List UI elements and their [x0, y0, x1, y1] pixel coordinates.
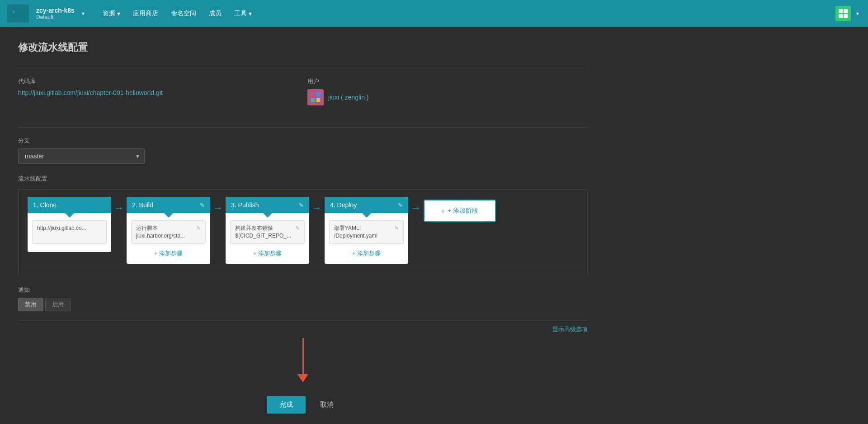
stage-arrow-2: → [210, 202, 226, 214]
main-content: 修改流水线配置 代码库 http://jiuxi.gitlab.com/jiux… [0, 27, 606, 424]
pipeline-section: 流水线配置 1. Clone http://jiuxi.gitlab.co... [18, 175, 588, 275]
svg-rect-12 [316, 98, 320, 102]
project-sub: Default [36, 14, 75, 20]
project-name: zcy-arch-k8s [36, 7, 75, 14]
stage-step-build-1: 运行脚本 jiuxi.harbor.org/sta... ✎ [131, 220, 206, 244]
svg-rect-8 [309, 91, 322, 104]
edit-icon-publish[interactable]: ✎ [299, 202, 304, 209]
stage-body-deploy: 部署YAML: /Deployment.yaml ✎ + 添加步骤 [325, 213, 408, 264]
red-arrow [297, 338, 308, 382]
edit-icon-deploy-step[interactable]: ✎ [394, 224, 399, 232]
branch-section: 分支 master develop feature ▾ [18, 137, 588, 164]
stage-header-build: 2. Build ✎ [127, 197, 210, 213]
plus-icon: + [441, 207, 445, 214]
red-arrow-head [297, 374, 308, 382]
navbar-menu-appstore[interactable]: 应用商店 [127, 7, 164, 20]
stage-card-deploy: 4. Deploy ✎ 部署YAML: /Deployment.yaml ✎ +… [325, 197, 408, 264]
user-dropdown-button[interactable]: ▾ [854, 10, 861, 18]
user-label: 用户 [307, 77, 588, 86]
stage-arrow-1: → [111, 202, 127, 214]
notify-enable-button[interactable]: 启用 [45, 298, 71, 311]
edit-icon-deploy[interactable]: ✎ [398, 202, 403, 209]
red-arrow-line [302, 338, 304, 374]
stage-arrow-3: → [309, 202, 325, 214]
navbar-menu-resources[interactable]: 资源 ▾ [97, 7, 126, 20]
branch-select-wrap[interactable]: master develop feature ▾ [18, 148, 145, 164]
pipeline-stages: 1. Clone http://jiuxi.gitlab.co... → [28, 197, 578, 267]
svg-rect-4 [839, 9, 843, 13]
notification-section: 通知 禁用 启用 [18, 286, 588, 311]
app-logo [7, 5, 29, 23]
user-name: jiuxi ( zenglin ) [328, 94, 368, 101]
svg-rect-11 [311, 98, 315, 102]
navbar: zcy-arch-k8s Default ▾ 资源 ▾ 应用商店 命名空间 成员… [0, 0, 868, 27]
branch-select[interactable]: master develop feature [18, 148, 145, 164]
svg-rect-3 [19, 11, 25, 16]
avatar [307, 89, 324, 105]
branch-label: 分支 [18, 137, 588, 145]
user-section: 用户 jiuxi ( zenglin ) [307, 77, 588, 105]
add-step-deploy[interactable]: + 添加步骤 [329, 248, 404, 259]
stage-number-2: 2. Build [132, 201, 153, 209]
stage-body-clone: http://jiuxi.gitlab.co... [28, 213, 111, 252]
svg-rect-9 [311, 93, 315, 96]
stage-card-build: 2. Build ✎ 运行脚本 jiuxi.harbor.org/sta... … [127, 197, 210, 264]
svg-rect-10 [316, 93, 320, 96]
edit-icon-build[interactable]: ✎ [200, 202, 205, 209]
repo-label: 代码库 [18, 77, 298, 86]
stage-body-build: 运行脚本 jiuxi.harbor.org/sta... ✎ + 添加步骤 [127, 213, 210, 264]
stage-number-4: 4. Deploy [330, 201, 357, 209]
stage-card-clone: 1. Clone http://jiuxi.gitlab.co... [28, 197, 111, 252]
notification-buttons: 禁用 启用 [18, 298, 588, 311]
chevron-down-icon-tools: ▾ [249, 10, 252, 17]
repo-user-section: 代码库 http://jiuxi.gitlab.com/jiuxi/chapte… [18, 77, 588, 116]
complete-button[interactable]: 完成 [267, 396, 306, 414]
advanced-options-link[interactable]: 显示高级选项 [552, 325, 588, 333]
stage-step-publish-1: 构建并发布镜像 ${CICD_GIT_REPO_... ✎ [230, 220, 305, 244]
repo-section: 代码库 http://jiuxi.gitlab.com/jiuxi/chapte… [18, 77, 298, 105]
add-stage-button[interactable]: + + 添加阶段 [424, 200, 496, 222]
svg-rect-7 [844, 14, 848, 18]
page-title: 修改流水线配置 [18, 41, 588, 54]
project-dropdown-button[interactable]: ▾ [80, 10, 86, 18]
user-row: jiuxi ( zenglin ) [307, 89, 588, 105]
stage-header-clone: 1. Clone [28, 197, 111, 213]
notify-disable-button[interactable]: 禁用 [18, 298, 43, 311]
pipeline-wrapper: 1. Clone http://jiuxi.gitlab.co... → [18, 189, 588, 275]
repo-url: http://jiuxi.gitlab.com/jiuxi/chapter-00… [18, 89, 298, 96]
user-avatar[interactable] [835, 6, 851, 21]
stage-number-3: 3. Publish [231, 201, 259, 209]
navbar-right: ▾ [835, 6, 861, 21]
svg-rect-5 [844, 9, 848, 13]
svg-point-2 [12, 10, 15, 13]
pipeline-scroll-area[interactable]: 1. Clone http://jiuxi.gitlab.co... → [18, 189, 588, 275]
stage-card-publish: 3. Publish ✎ 构建并发布镜像 ${CICD_GIT_REPO_...… [226, 197, 309, 264]
navbar-menu: 资源 ▾ 应用商店 命名空间 成员 工具 ▾ [97, 7, 257, 20]
red-arrow-container [18, 338, 588, 382]
pipeline-label: 流水线配置 [18, 175, 588, 183]
stage-header-deploy: 4. Deploy ✎ [325, 197, 408, 213]
stage-step-clone-1: http://jiuxi.gitlab.co... [32, 220, 107, 244]
add-step-build[interactable]: + 添加步骤 [131, 248, 206, 259]
project-info: zcy-arch-k8s Default [36, 7, 75, 20]
cancel-button[interactable]: 取消 [315, 396, 339, 414]
stage-header-publish: 3. Publish ✎ [226, 197, 309, 213]
edit-icon-publish-step[interactable]: ✎ [295, 224, 300, 232]
stage-number-1: 1. Clone [33, 201, 57, 209]
notification-label: 通知 [18, 286, 588, 294]
stage-step-deploy-1: 部署YAML: /Deployment.yaml ✎ [329, 220, 404, 244]
navbar-menu-tools[interactable]: 工具 ▾ [229, 7, 257, 20]
edit-icon-build-step[interactable]: ✎ [196, 224, 201, 232]
chevron-down-icon: ▾ [117, 10, 120, 17]
add-step-publish[interactable]: + 添加步骤 [230, 248, 305, 259]
navbar-menu-members[interactable]: 成员 [203, 7, 227, 20]
navbar-menu-namespace[interactable]: 命名空间 [165, 7, 202, 20]
footer-actions: 完成 取消 [18, 396, 588, 423]
stage-arrow-4: → [408, 202, 424, 214]
svg-rect-6 [839, 14, 843, 18]
stage-body-publish: 构建并发布镜像 ${CICD_GIT_REPO_... ✎ + 添加步骤 [226, 213, 309, 264]
